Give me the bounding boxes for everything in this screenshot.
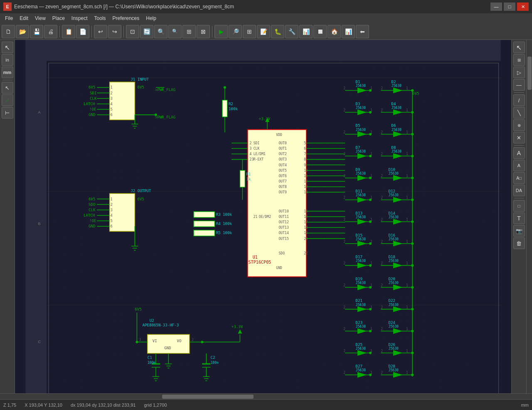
- svg-text:GND: GND: [89, 224, 95, 228]
- toolbar-sep-1: [59, 26, 60, 37]
- zoom-in-button[interactable]: 🔍: [154, 25, 167, 38]
- fields-button[interactable]: 🔧: [285, 25, 298, 38]
- save-button[interactable]: 💾: [30, 25, 43, 38]
- menu-help[interactable]: Help: [143, 13, 160, 23]
- paste-button[interactable]: 📄: [76, 25, 89, 38]
- zoom-area-button[interactable]: ⊞: [182, 25, 196, 38]
- footprint-button[interactable]: 🏠: [328, 25, 341, 38]
- svg-text:1: 1: [370, 283, 372, 287]
- bom-button[interactable]: 📊: [299, 25, 313, 38]
- svg-text:2: 2: [343, 305, 345, 309]
- svg-text:2: 2: [381, 86, 383, 90]
- zoom-fit-button[interactable]: ⊡: [126, 25, 139, 38]
- erc-button[interactable]: 🐛: [271, 25, 284, 38]
- vertical-scrollbar[interactable]: [526, 40, 532, 393]
- select-tool[interactable]: ↖: [2, 42, 13, 53]
- select-right-tool[interactable]: ↖: [513, 42, 525, 53]
- wire-tool[interactable]: ⟋: [2, 94, 13, 106]
- tool-14[interactable]: T: [513, 212, 525, 224]
- tool-13[interactable]: □: [513, 200, 525, 212]
- svg-text:J5630: J5630: [392, 149, 401, 153]
- svg-text:J5630: J5630: [356, 215, 366, 219]
- close-button[interactable]: ✕: [517, 2, 529, 11]
- svg-text:2: 2: [192, 338, 194, 342]
- svg-text:R4 100k: R4 100k: [216, 222, 232, 226]
- tool-4[interactable]: —: [513, 79, 525, 91]
- status-coords: X 193,04 Y 132,10: [25, 403, 62, 408]
- sym-table-button[interactable]: 📊: [342, 25, 355, 38]
- status-delta: dx 193,04 dy 132,10 dist 233,91: [71, 403, 136, 408]
- back-button[interactable]: ⬅: [356, 25, 369, 38]
- svg-text:6: 6: [111, 113, 113, 117]
- zoom-full-button[interactable]: ⊠: [197, 25, 210, 38]
- undo-button[interactable]: ↩: [94, 25, 107, 38]
- minimize-button[interactable]: —: [490, 2, 502, 11]
- net-highlight-button[interactable]: 🔲: [313, 25, 327, 38]
- svg-text:J5630: J5630: [356, 303, 366, 307]
- tool-5[interactable]: /: [513, 94, 525, 106]
- hscroll-thumb[interactable]: [162, 395, 254, 399]
- svg-point-129: [369, 89, 372, 91]
- cursor-tool[interactable]: ↖: [2, 82, 13, 94]
- svg-text:1: 1: [406, 196, 408, 200]
- menu-place[interactable]: Place: [49, 13, 68, 23]
- main-area: ↖ in mm ↖ ⟋ ⊢ A B C: [0, 40, 532, 393]
- zoom-out-button[interactable]: 🔍: [168, 25, 182, 38]
- canvas-area[interactable]: A B C J1 INPUT 1 2 3 4 5 6 6V5: [15, 40, 511, 393]
- svg-text:4: 4: [111, 213, 113, 217]
- bus-tool[interactable]: ⊢: [2, 107, 13, 119]
- svg-text:2: 2: [381, 152, 383, 156]
- tool-2[interactable]: ⊞: [513, 54, 525, 66]
- netlist-button[interactable]: ⊞: [243, 25, 256, 38]
- redo-button[interactable]: ↪: [108, 25, 121, 38]
- vscroll-thumb[interactable]: [527, 57, 532, 90]
- svg-text:1: 1: [111, 85, 113, 89]
- mm-tool[interactable]: mm: [2, 67, 13, 78]
- svg-text:2: 2: [343, 217, 345, 222]
- tool-10[interactable]: A: [513, 160, 525, 171]
- svg-text:2: 2: [381, 130, 383, 134]
- print-button[interactable]: 🖨: [44, 25, 57, 38]
- svg-text:B: B: [38, 222, 41, 226]
- svg-text:R2: R2: [229, 102, 233, 106]
- find-button[interactable]: 🔎: [229, 25, 242, 38]
- menu-inspect[interactable]: Inspect: [68, 13, 91, 23]
- tool-8[interactable]: ✕: [513, 132, 525, 143]
- measure-tool[interactable]: in: [2, 54, 13, 66]
- tool-11[interactable]: A□: [513, 172, 525, 184]
- tool-7[interactable]: ⊕: [513, 119, 525, 131]
- svg-text:J1 INPUT: J1 INPUT: [131, 77, 149, 82]
- tool-12[interactable]: DA: [513, 185, 525, 196]
- svg-text:1: 1: [370, 174, 372, 178]
- menu-file[interactable]: File: [2, 13, 16, 23]
- svg-rect-3: [25, 40, 47, 393]
- menu-view[interactable]: View: [32, 13, 49, 23]
- svg-text:+3.3V: +3.3V: [232, 325, 243, 329]
- horizontal-scrollbar[interactable]: [0, 393, 532, 399]
- tool-camera[interactable]: 📷: [513, 225, 525, 237]
- svg-text:5: 5: [111, 219, 113, 223]
- open-button[interactable]: 📂: [16, 25, 29, 38]
- zoom-refresh-button[interactable]: 🔄: [140, 25, 153, 38]
- annotate-button[interactable]: 📝: [257, 25, 270, 38]
- menu-tools[interactable]: Tools: [91, 13, 109, 23]
- run-button[interactable]: ▶: [214, 25, 228, 38]
- copy-button[interactable]: 📋: [62, 25, 75, 38]
- new-button[interactable]: 🗋: [2, 25, 15, 38]
- maximize-button[interactable]: □: [504, 2, 515, 11]
- svg-text:1: 1: [370, 305, 372, 309]
- menu-edit[interactable]: Edit: [16, 13, 32, 23]
- svg-text:1: 1: [370, 370, 372, 375]
- tool-trash[interactable]: 🗑: [513, 237, 525, 249]
- tool-3[interactable]: ▷: [513, 67, 525, 78]
- svg-text:2: 2: [381, 349, 383, 353]
- svg-text:OUT12: OUT12: [278, 220, 288, 224]
- tool-6[interactable]: ╲: [513, 107, 525, 119]
- svg-text:J5630: J5630: [356, 324, 366, 328]
- svg-text:OUT4: OUT4: [278, 163, 287, 167]
- svg-point-420: [201, 341, 203, 343]
- tool-9[interactable]: A: [513, 147, 525, 159]
- svg-text:U2: U2: [150, 319, 154, 323]
- svg-text:1: 1: [406, 240, 408, 244]
- menu-preferences[interactable]: Preferences: [109, 13, 143, 23]
